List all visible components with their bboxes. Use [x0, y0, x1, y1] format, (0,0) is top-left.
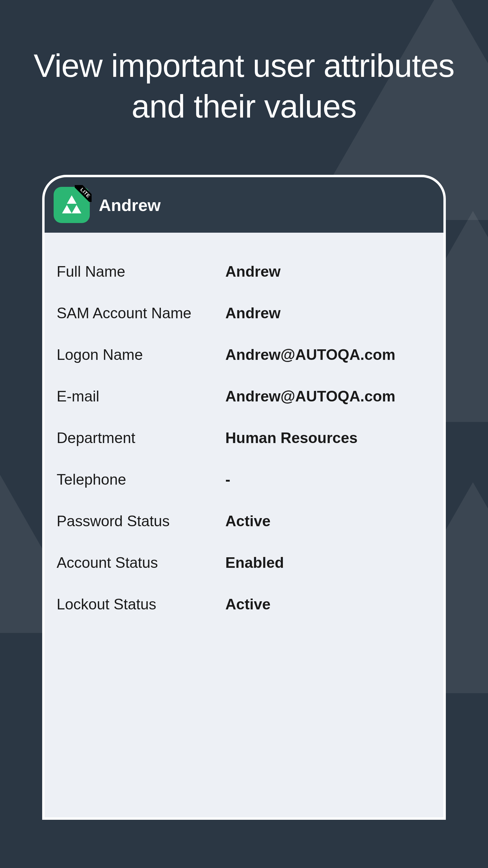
attribute-label: Lockout Status — [57, 595, 225, 613]
attribute-value: Active — [225, 595, 431, 613]
attribute-value: Active — [225, 513, 431, 530]
attribute-row: E-mail Andrew@AUTOQA.com — [57, 375, 431, 417]
lite-badge: LITE — [75, 185, 92, 202]
attribute-label: Password Status — [57, 513, 225, 530]
attribute-label: Department — [57, 429, 225, 447]
svg-marker-1 — [62, 205, 72, 213]
attribute-label: E-mail — [57, 388, 225, 405]
attribute-label: Full Name — [57, 263, 225, 280]
phone-frame: LITE Andrew Full Name Andrew SAM Account… — [42, 175, 446, 820]
attribute-row: Account Status Enabled — [57, 542, 431, 584]
attribute-row: Password Status Active — [57, 500, 431, 542]
attribute-value: - — [225, 471, 431, 488]
attribute-row: SAM Account Name Andrew — [57, 292, 431, 334]
attribute-row: Department Human Resources — [57, 417, 431, 459]
attribute-label: Logon Name — [57, 346, 225, 364]
app-header: LITE Andrew — [44, 177, 444, 233]
app-title: Andrew — [99, 195, 161, 215]
attribute-label: Telephone — [57, 471, 225, 488]
attribute-row: Telephone - — [57, 459, 431, 500]
attribute-row: Lockout Status Active — [57, 584, 431, 625]
attribute-row: Logon Name Andrew@AUTOQA.com — [57, 334, 431, 375]
svg-marker-2 — [72, 205, 82, 213]
attribute-label: SAM Account Name — [57, 304, 225, 322]
attribute-label: Account Status — [57, 554, 225, 571]
attribute-value: Enabled — [225, 554, 431, 571]
attribute-list: Full Name Andrew SAM Account Name Andrew… — [44, 233, 444, 820]
attribute-value: Andrew@AUTOQA.com — [225, 388, 431, 405]
app-icon: LITE — [54, 187, 90, 223]
page-headline: View important user attributes and their… — [0, 0, 488, 127]
attribute-value: Human Resources — [225, 429, 431, 447]
attribute-row: Full Name Andrew — [57, 251, 431, 292]
attribute-value: Andrew@AUTOQA.com — [225, 346, 431, 364]
attribute-value: Andrew — [225, 304, 431, 322]
attribute-value: Andrew — [225, 263, 431, 280]
